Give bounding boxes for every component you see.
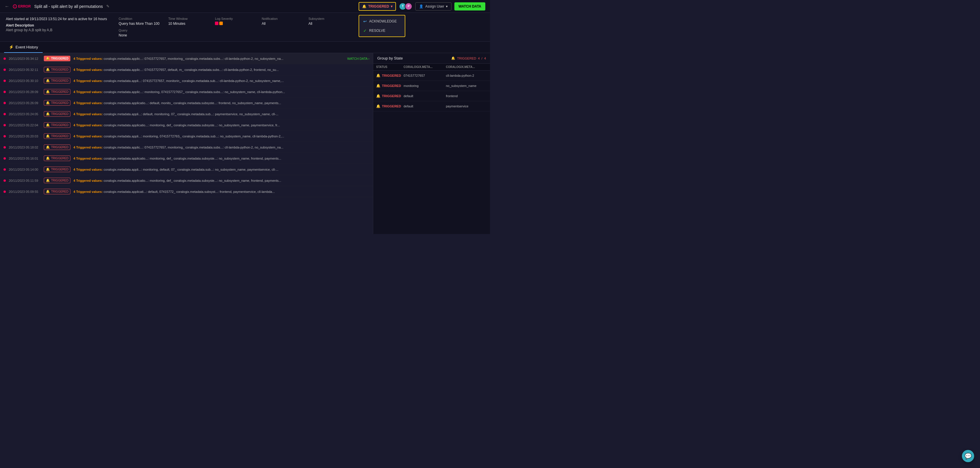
event-triggered-badge: 🔔 TRIGGERED — [44, 122, 70, 128]
acknowledge-icon: ↩ — [363, 19, 367, 24]
lightning-icon: ⚡ — [9, 44, 14, 49]
event-dot — [3, 102, 6, 104]
subsystem-col: Subsystem All — [309, 17, 346, 37]
event-desc: 4 Triggered values: coralogix.metadata.a… — [73, 79, 369, 82]
watch-data-link[interactable]: WATCH DATA › — [347, 57, 369, 60]
event-time: 20/11/2023 05:20:03 — [9, 135, 41, 138]
alert-timing: Alert started at 19/11/2023 13:51:24 for… — [6, 17, 107, 21]
event-time: 20/11/2023 05:32:11 — [9, 68, 41, 71]
chevron-down-icon: ▾ — [391, 5, 393, 8]
back-button[interactable]: ← — [5, 4, 10, 9]
event-triggered-badge: 🔔 TRIGGERED — [44, 155, 70, 161]
time-window-col: Time Window 10 Minutes — [168, 17, 206, 37]
event-time: 20/11/2023 05:11:59 — [9, 179, 41, 182]
event-desc: 4 Triggered values: coralogix.metadata.a… — [73, 90, 369, 94]
group-row[interactable]: 🔔 TRIGGERED074157727657cll-lambda-python… — [373, 71, 490, 81]
watch-data-button[interactable]: WATCH DATA — [454, 2, 485, 11]
resolve-item[interactable]: ✓ RESOLVE — [359, 26, 405, 35]
time-window-label: Time Window — [168, 17, 206, 21]
group-panel: Group by State 🔔 TRIGGERED 4 / 4 STATUS … — [373, 53, 490, 234]
event-row[interactable]: 20/11/2023 05:24:05🔔 TRIGGERED4 Triggere… — [0, 108, 373, 120]
top-bar: ← ! ERROR Split all - split alert by all… — [0, 0, 490, 13]
top-bar-right: 🔔 TRIGGERED ▾ ↩ ACKNOWLEDGE ✓ RESOLVE T … — [359, 2, 485, 11]
event-desc: 4 Triggered values: coralogix.metadata.a… — [73, 190, 369, 194]
acknowledge-item[interactable]: ↩ ACKNOWLEDGE — [359, 17, 405, 26]
event-time: 20/11/2023 05:24:05 — [9, 112, 41, 116]
alert-desc-title: Alert Description — [6, 23, 107, 27]
event-desc: 4 Triggered values: coralogix.metadata.a… — [73, 168, 369, 171]
event-triggered-badge: 🔔 TRIGGERED — [44, 100, 70, 106]
event-row[interactable]: 20/11/2023 05:11:59🔔 TRIGGERED4 Triggere… — [0, 175, 373, 186]
event-triggered-badge: 🔔 TRIGGERED — [44, 67, 70, 72]
event-row[interactable]: 20/11/2023 05:16:01🔔 TRIGGERED4 Triggere… — [0, 153, 373, 164]
condition-label: Condition — [119, 17, 159, 21]
event-row[interactable]: 20/11/2023 05:09:55🔔 TRIGGERED4 Triggere… — [0, 186, 373, 197]
group-table-header: STATUS CORALOGIX.META... CORALOGIX.META.… — [373, 63, 490, 71]
notification-value: All — [262, 22, 300, 26]
group-meta1: 074157727657 — [404, 74, 445, 77]
event-time: 20/11/2023 05:18:02 — [9, 146, 41, 149]
event-row[interactable]: 20/11/2023 05:20:03🔔 TRIGGERED4 Triggere… — [0, 131, 373, 142]
event-desc: 4 Triggered values: coralogix.metadata.a… — [73, 179, 369, 182]
time-window-value: 10 Minutes — [168, 22, 206, 26]
condition-value: Query has More Than 100 — [119, 22, 159, 26]
group-status: 🔔 TRIGGERED — [376, 94, 402, 98]
group-status: 🔔 TRIGGERED — [376, 84, 402, 88]
event-triggered-badge: 🔔 TRIGGERED — [44, 56, 70, 61]
event-row[interactable]: 20/11/2023 05:34:12🔔 TRIGGERED4 Triggere… — [0, 53, 373, 64]
event-row[interactable]: 20/11/2023 05:18:02🔔 TRIGGERED4 Triggere… — [0, 142, 373, 153]
for-text: for — [63, 17, 67, 21]
event-row[interactable]: 20/11/2023 05:14:00🔔 TRIGGERED4 Triggere… — [0, 164, 373, 175]
event-row[interactable]: 20/11/2023 05:28:09🔔 TRIGGERED4 Triggere… — [0, 86, 373, 97]
user-icon: 👤 — [419, 5, 423, 8]
subsystem-label: Subsystem — [309, 17, 346, 21]
event-time: 20/11/2023 05:26:09 — [9, 101, 41, 105]
event-time: 20/11/2023 05:30:10 — [9, 79, 41, 82]
event-row[interactable]: 20/11/2023 05:30:10🔔 TRIGGERED4 Triggere… — [0, 75, 373, 86]
tab-event-history[interactable]: ⚡ Event History — [4, 42, 43, 53]
log-severity-col: Log Severity — [215, 17, 253, 37]
group-meta1: default — [404, 94, 445, 98]
col-meta1-header: CORALOGIX.META... — [404, 65, 445, 68]
event-triggered-badge: 🔔 TRIGGERED — [44, 111, 70, 117]
event-desc: 4 Triggered values: coralogix.metadata.a… — [73, 135, 369, 138]
error-badge: ! ERROR — [13, 5, 31, 8]
started-text: Alert started at — [6, 17, 29, 21]
group-status: 🔔 TRIGGERED — [376, 104, 402, 108]
event-desc: 4 Triggered values: coralogix.metadata.a… — [73, 68, 369, 71]
group-row[interactable]: 🔔 TRIGGEREDmonitoringno_subsystem_name — [373, 81, 490, 91]
assign-user-label: Assign User — [425, 5, 444, 8]
event-dot — [3, 80, 6, 82]
group-status: 🔔 TRIGGERED — [376, 73, 402, 78]
log-severity-label: Log Severity — [215, 17, 253, 21]
triggered-count: 🔔 TRIGGERED 4 / 4 — [451, 56, 486, 60]
subsystem-value: All — [309, 22, 346, 26]
query-col: Query None — [119, 29, 159, 37]
event-triggered-badge: 🔔 TRIGGERED — [44, 189, 70, 194]
resolve-label: RESOLVE — [369, 29, 385, 33]
group-meta1: monitoring — [404, 84, 445, 87]
event-row[interactable]: 20/11/2023 05:22:04🔔 TRIGGERED4 Triggere… — [0, 120, 373, 131]
and-active-text: and is active for — [68, 17, 92, 21]
assign-user-button[interactable]: 👤 Assign User ▾ — [415, 2, 452, 11]
event-dot — [3, 113, 6, 115]
group-row[interactable]: 🔔 TRIGGEREDdefaultfrontend — [373, 91, 490, 101]
event-row[interactable]: 20/11/2023 05:32:11🔔 TRIGGERED4 Triggere… — [0, 64, 373, 75]
triggered-dropdown: ↩ ACKNOWLEDGE ✓ RESOLVE — [359, 15, 405, 37]
notification-col: Notification All — [262, 17, 300, 37]
edit-icon[interactable]: ✎ — [106, 4, 110, 8]
triggered-button[interactable]: 🔔 TRIGGERED ▾ — [359, 2, 396, 11]
alert-info-bar: Alert started at 19/11/2023 13:51:24 for… — [0, 13, 490, 42]
event-time: 20/11/2023 05:16:01 — [9, 157, 41, 160]
event-triggered-badge: 🔔 TRIGGERED — [44, 167, 70, 172]
tab-bar: ⚡ Event History — [0, 42, 490, 53]
triggered-btn-container: 🔔 TRIGGERED ▾ ↩ ACKNOWLEDGE ✓ RESOLVE — [359, 2, 396, 11]
log-severity-dots — [215, 22, 253, 25]
event-desc: 4 Triggered values: coralogix.metadata.a… — [73, 57, 344, 60]
group-row[interactable]: 🔔 TRIGGEREDdefaultpaymentservice — [373, 101, 490, 111]
event-dot — [3, 135, 6, 137]
event-triggered-badge: 🔔 TRIGGERED — [44, 89, 70, 95]
event-row[interactable]: 20/11/2023 05:26:09🔔 TRIGGERED4 Triggere… — [0, 97, 373, 108]
alert-desc-text: Alert group by A,B split by A,B — [6, 28, 107, 32]
col-meta2-header: CORALOGIX.META... — [446, 65, 487, 68]
